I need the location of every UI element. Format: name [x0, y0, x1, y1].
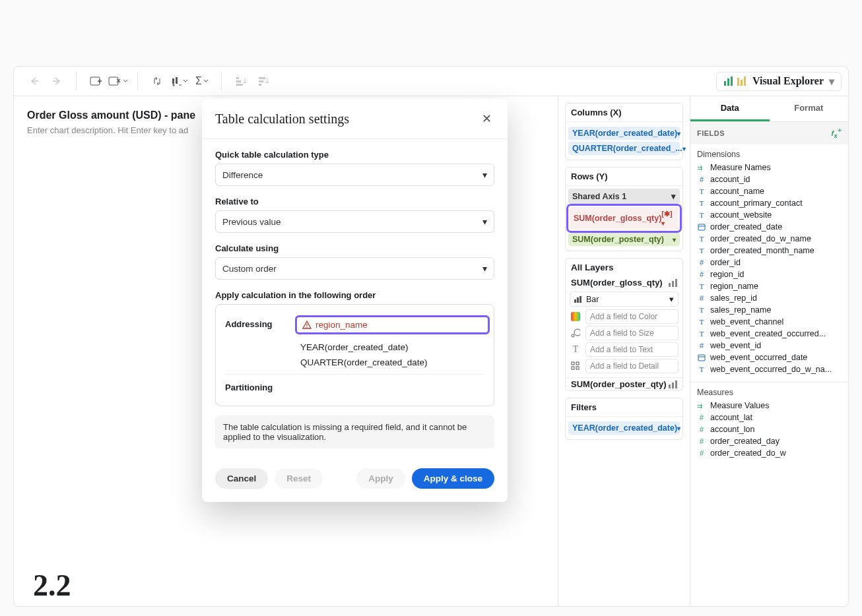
svg-text:⇉: ⇉ [697, 164, 702, 171]
svg-rect-17 [727, 78, 729, 86]
row-pill-poster[interactable]: SUM(order_poster_qty)▾ [568, 233, 680, 246]
layer-poster[interactable]: SUM(order_poster_qty) [566, 378, 682, 390]
layer-gloss[interactable]: SUM(order_gloss_qty) [566, 276, 682, 289]
svg-rect-39 [698, 224, 705, 230]
remove-chart-button[interactable] [108, 71, 128, 91]
svg-rect-23 [672, 281, 674, 287]
forward-button[interactable] [47, 71, 67, 91]
bar-icon [574, 296, 582, 303]
mode-selector[interactable]: Visual Explorer ▾ [716, 72, 842, 91]
measures-list: ⇉Measure Values#account_lat#account_lon#… [690, 400, 848, 466]
field-item[interactable]: ⇉Measure Names [693, 162, 845, 173]
rows-header: Rows (Y) [566, 168, 682, 186]
svg-rect-27 [580, 296, 581, 303]
reset-button[interactable]: Reset [275, 468, 323, 489]
dimensions-label: Dimensions [690, 144, 848, 162]
type-select[interactable]: Difference▾ [215, 164, 494, 186]
columns-header: Columns (X) [566, 104, 682, 122]
svg-point-29 [572, 334, 574, 337]
field-item[interactable]: #sales_rep_id [693, 292, 845, 304]
field-item[interactable]: Tweb_event_occurred_do_w_na... [693, 363, 845, 375]
tab-format[interactable]: Format [770, 96, 849, 121]
measures-label: Measures [690, 383, 848, 400]
svg-rect-13 [259, 77, 265, 79]
field-item[interactable]: order_created_date [693, 221, 845, 233]
sort-asc-button[interactable] [231, 71, 251, 91]
data-panel: Data Format FIELDS fx+ Dimensions ⇉Measu… [690, 96, 848, 606]
dimensions-list: ⇉Measure Names#account_idTaccount_nameTa… [690, 162, 848, 383]
svg-rect-18 [731, 77, 733, 86]
add-chart-button[interactable] [86, 71, 106, 91]
field-item[interactable]: #account_lat [693, 412, 845, 423]
text-slot[interactable]: Add a field to Text [585, 342, 679, 357]
svg-rect-31 [572, 362, 574, 365]
text-icon: T [570, 344, 581, 355]
field-item[interactable]: Taccount_website [693, 209, 845, 221]
all-layers-header: All Layers [566, 259, 682, 276]
modal-title: Table calculation settings [215, 111, 349, 127]
fit-button[interactable] [170, 71, 189, 91]
visual-explorer-icon [723, 76, 747, 86]
calc-using-select[interactable]: Custom order▾ [215, 257, 494, 280]
field-item[interactable]: #region_id [693, 268, 845, 280]
color-icon [570, 312, 581, 321]
mode-label: Visual Explorer [752, 75, 824, 87]
field-item[interactable]: #order_created_day [693, 435, 845, 447]
svg-rect-9 [176, 77, 178, 84]
sort-desc-button[interactable] [253, 71, 273, 91]
warning-message: The table calculation is missing a requi… [215, 416, 494, 448]
color-slot[interactable]: Add a field to Color [585, 309, 679, 324]
addressing-label: Addressing [225, 318, 284, 329]
field-item[interactable]: #order_id [693, 257, 845, 268]
field-item[interactable]: Tregion_name [693, 280, 845, 292]
field-item[interactable]: #order_created_do_w [693, 447, 845, 459]
field-item[interactable]: Taccount_primary_contact [693, 197, 845, 209]
column-pill[interactable]: QUARTER(order_created_...▾ [568, 142, 680, 155]
field-item[interactable]: Torder_created_do_w_name [693, 233, 845, 245]
filter-pill[interactable]: YEAR(order_created_date)▾ [568, 421, 680, 435]
row-pill-gloss[interactable]: SUM(order_gloss_qty) [✱] ▾ [570, 207, 679, 230]
field-item[interactable]: Tweb_event_channel [693, 316, 845, 328]
partitioning-label: Partitioning [225, 381, 284, 392]
svg-rect-19 [737, 78, 739, 86]
svg-rect-16 [724, 81, 726, 86]
field-item[interactable]: Tsales_rep_name [693, 304, 845, 316]
field-item[interactable]: #web_event_id [693, 340, 845, 352]
svg-rect-41 [698, 355, 705, 361]
apply-close-button[interactable]: Apply & close [412, 468, 494, 489]
svg-rect-21 [744, 77, 746, 86]
type-label: Quick table calculation type [215, 150, 494, 160]
size-slot[interactable]: Add a field to Size [585, 326, 679, 340]
field-item[interactable]: ⇉Measure Values [693, 400, 845, 412]
back-button[interactable] [24, 71, 44, 91]
svg-rect-10 [236, 77, 239, 79]
vis-type-select[interactable]: Bar ▾ [570, 292, 679, 307]
addressing-item[interactable]: YEAR(order_created_date) [300, 342, 484, 352]
swap-button[interactable] [147, 71, 167, 91]
cancel-button[interactable]: Cancel [215, 468, 268, 489]
warning-icon [302, 321, 312, 330]
apply-button[interactable]: Apply [356, 468, 405, 489]
fx-button[interactable]: fx+ [831, 127, 842, 139]
svg-rect-8 [172, 78, 174, 84]
field-item[interactable]: Taccount_name [693, 185, 845, 197]
sigma-button[interactable]: Σ [192, 71, 212, 91]
shared-axis[interactable]: Shared Axis 1▾ [568, 189, 680, 204]
addressing-item[interactable]: QUARTER(order_created_date) [300, 357, 484, 367]
detail-slot[interactable]: Add a field to Detail [585, 359, 679, 373]
field-item[interactable]: Torder_created_month_name [693, 245, 845, 257]
relative-select[interactable]: Previous value▾ [215, 210, 494, 233]
svg-rect-36 [672, 383, 674, 388]
column-pill[interactable]: YEAR(order_created_date)▾ [568, 127, 680, 140]
field-item[interactable]: web_event_occurred_date [693, 352, 845, 363]
svg-rect-22 [669, 283, 671, 287]
close-button[interactable]: ✕ [479, 111, 494, 127]
field-item[interactable]: #account_lon [693, 423, 845, 435]
svg-rect-24 [675, 279, 677, 287]
field-item[interactable]: #account_id [693, 173, 845, 185]
svg-rect-11 [236, 80, 241, 82]
addressing-item-warn[interactable]: region_name [302, 320, 368, 330]
order-box: Addressing region_name YEAR(order_create… [215, 304, 494, 406]
tab-data[interactable]: Data [690, 96, 770, 121]
field-item[interactable]: Tweb_event_created_occurred... [693, 328, 845, 340]
